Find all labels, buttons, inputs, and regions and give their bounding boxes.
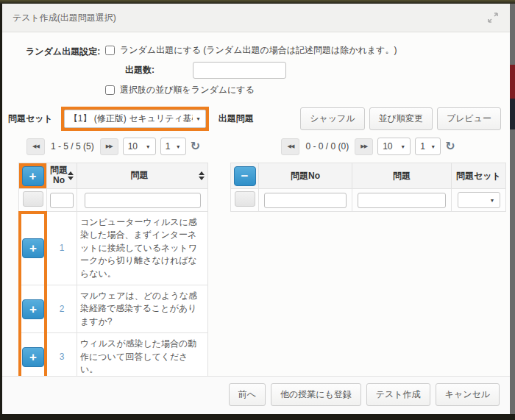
selected-questions-table: − 問題No 問題 問題セット [230,163,506,212]
chevron-down-icon: ▼ [176,144,181,149]
add-question-button[interactable]: + [22,238,44,258]
question-no-link[interactable]: 2 [60,304,65,314]
back-button[interactable]: 前へ [229,383,266,406]
selected-pagination: ◀◀ 0 - 0 / 0 (0) ▶▶ 10 ▼ 1 ▼ ↻ [230,137,506,156]
dialog-titlebar: テスト作成(出題問題選択) [2,4,510,32]
available-questions-panel: ◀◀ 1 - 5 / 5 (5) ▶▶ 10 ▼ 1 ▼ ↻ [18,137,208,376]
dialog-footer: 前へ 他の授業にも登録 テスト作成 キャンセル [2,376,510,414]
remove-all-button[interactable]: − [234,166,256,186]
cancel-button[interactable]: キャンセル [436,383,500,406]
question-no-filter-input[interactable] [264,193,347,208]
shuffle-choices-row: 選択肢の並び順をランダムにする [105,84,397,96]
column-header-question-set[interactable]: 問題セット [452,163,506,189]
column-header-question[interactable]: 問題 [77,163,208,189]
question-count-row: 出題数: [125,62,397,79]
page-background: テスト作成(出題問題選択) ランダム出題設定: ランダム出題にする (ランダム出… [0,0,515,420]
question-count-input[interactable] [193,62,286,79]
column-header-question-no[interactable]: 問題No [47,163,77,189]
page-edge-dark [510,99,515,129]
question-text: マルウェアは、どのような感染経路で感染することがありますか? [80,290,205,328]
shuffle-button[interactable]: シャッフル [300,107,364,130]
question-set-filter-select[interactable]: ▼ [458,192,500,208]
column-header-question[interactable]: 問題 [352,163,452,189]
filter-disabled-button [235,191,255,207]
page-size-select[interactable]: 10 ▼ [123,138,156,155]
random-question-label: ランダム出題にする (ランダム出題の場合は記述問題は除かれます。) [120,44,397,57]
chevron-down-icon: ▼ [430,144,436,149]
create-test-button[interactable]: テスト作成 [366,383,430,406]
chevron-down-icon: ▼ [400,144,405,149]
question-no-link[interactable]: 1 [60,243,65,253]
dialog-body: ランダム出題設定: ランダム出題にする (ランダム出題の場合は記述問題は除かれま… [2,32,510,376]
refresh-icon[interactable]: ↻ [191,140,200,152]
column-header-question-no[interactable]: 問題No [259,163,352,189]
next-page-button[interactable]: ▶▶ [100,138,118,155]
add-question-button[interactable]: + [22,347,44,367]
available-questions-table: + 問題No 問題 [18,163,208,376]
question-set-select[interactable]: 【1】 (修正版) セキュリティ基礎知 ▼ [64,110,206,128]
question-row: + 3 ウィルスが感染した場合の動作について回答してください。 [19,333,208,376]
random-question-row: ランダム出題にする (ランダム出題の場合は記述問題は除かれます。) [105,44,397,57]
page-number-select[interactable]: 1 ▼ [415,138,441,155]
random-question-checkbox[interactable] [105,46,115,55]
selected-questions-heading: 出題問題 [219,113,254,125]
test-creation-dialog: テスト作成(出題問題選択) ランダム出題設定: ランダム出題にする (ランダム出… [2,4,510,414]
sort-icon [68,171,74,180]
expand-icon[interactable] [486,11,500,24]
chevron-down-icon: ▼ [196,116,201,121]
question-text: コンピューターウィルスに感染した場合、まずインターネットに接続しているネットワー… [80,216,205,280]
question-row: + 2 マルウェアは、どのような感染経路で感染することがありますか? [19,285,208,332]
register-other-classes-button[interactable]: 他の授業にも登録 [271,383,361,406]
available-pagination: ◀◀ 1 - 5 / 5 (5) ▶▶ 10 ▼ 1 ▼ ↻ [18,137,208,156]
page-number-select[interactable]: 1 ▼ [160,138,186,155]
add-question-button[interactable]: + [22,299,44,319]
add-all-button[interactable]: + [22,166,44,186]
sort-icon [199,171,205,180]
refresh-icon[interactable]: ↻ [445,140,455,152]
question-filter-input[interactable] [358,193,446,208]
chevron-down-icon: ▼ [490,198,495,203]
reorder-button[interactable]: 並び順変更 [369,107,433,130]
shuffle-choices-checkbox[interactable] [105,85,115,95]
prev-page-button[interactable]: ◀◀ [26,138,45,155]
shuffle-choices-label: 選択肢の並び順をランダムにする [120,84,255,96]
question-filter-input[interactable] [85,193,201,208]
random-settings: ランダム出題設定: ランダム出題にする (ランダム出題の場合は記述問題は除かれま… [26,44,501,96]
preview-button[interactable]: プレビュー [437,107,501,130]
page-range-label: 0 - 0 / 0 (0) [304,141,350,152]
page-size-select[interactable]: 10 ▼ [377,138,411,155]
question-no-link[interactable]: 3 [60,352,65,362]
page-edge-red [510,65,515,99]
question-set-highlight: 【1】 (修正版) セキュリティ基礎知 ▼ [61,107,209,131]
page-range-label: 1 - 5 / 5 (5) [49,141,96,152]
chevron-down-icon: ▼ [146,144,151,149]
question-set-label: 問題セット [8,113,53,125]
question-text: ウィルスが感染した場合の動作について回答してください。 [80,338,205,376]
question-count-label: 出題数: [125,64,193,76]
prev-page-button[interactable]: ◀◀ [281,138,299,155]
available-table-body: + 1 コンピューターウィルスに感染した場合、まずインターネットに接続しているネ… [19,212,208,377]
section-header-row: 問題セット 【1】 (修正版) セキュリティ基礎知 ▼ 出題問題 シャッフル 並… [8,107,501,131]
filter-disabled-button [23,191,43,207]
selected-questions-panel: ◀◀ 0 - 0 / 0 (0) ▶▶ 10 ▼ 1 ▼ ↻ [230,137,506,376]
question-row: + 1 コンピューターウィルスに感染した場合、まずインターネットに接続しているネ… [19,212,208,285]
dialog-title: テスト作成(出題問題選択) [13,12,116,24]
random-settings-label: ランダム出題設定: [26,44,105,96]
next-page-button[interactable]: ▶▶ [355,138,373,155]
question-no-filter-input[interactable] [50,193,74,208]
